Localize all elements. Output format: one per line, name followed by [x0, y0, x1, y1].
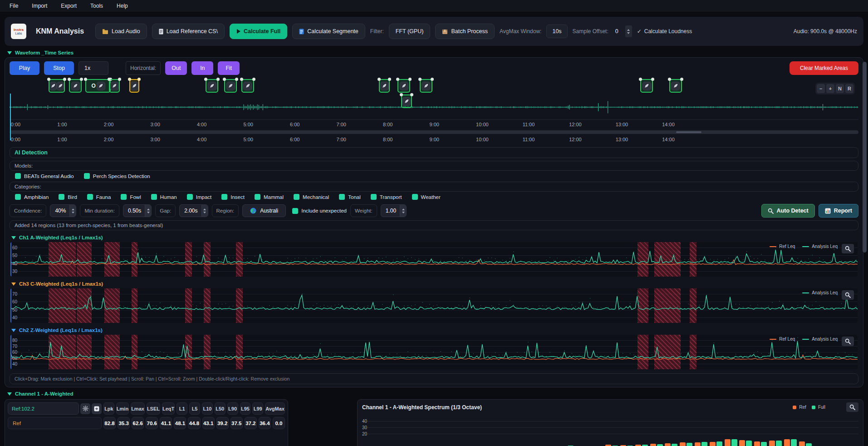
waveform-section-header[interactable]: Waveform _Time Series [7, 50, 861, 55]
detection-chip[interactable] [111, 82, 118, 90]
marker-handle[interactable] [68, 78, 71, 81]
detection-chip[interactable] [422, 82, 430, 90]
marker-handle[interactable] [108, 78, 111, 81]
stop-button[interactable]: Stop [44, 61, 74, 75]
playhead[interactable] [10, 94, 11, 140]
category-checkbox-fauna[interactable]: Fauna [87, 194, 111, 200]
category-checkbox-mechanical[interactable]: Mechanical [294, 194, 329, 200]
min-duration-stepper[interactable]: 0.50s [123, 204, 152, 217]
waveform-reset-button[interactable]: R [845, 84, 853, 93]
marker-handle[interactable] [63, 78, 66, 81]
category-checkbox-insect[interactable]: Insect [221, 194, 245, 200]
detection-chip[interactable] [50, 82, 56, 90]
ch1-section-header[interactable]: Ch1 A-Weighted (Leq1s / Lmax1s) [11, 235, 857, 240]
report-button[interactable]: Report [819, 204, 858, 218]
detection-chip[interactable] [672, 82, 679, 90]
marker-handle[interactable] [668, 78, 671, 81]
checkbox-checked[interactable] [221, 194, 227, 200]
playback-speed-select[interactable]: 1x [78, 61, 108, 75]
load-audio-button[interactable]: Load Audio [95, 24, 147, 39]
category-checkbox-fowl[interactable]: Fowl [121, 194, 141, 200]
ref-level-input[interactable]: Ref:102.2 [8, 402, 79, 415]
detection-chip[interactable] [97, 82, 105, 90]
marker-handle[interactable] [651, 78, 654, 81]
calculate-full-button[interactable]: Calculate Full [230, 24, 287, 39]
model-checkbox-beats-general-audio[interactable]: BEATs General Audio [15, 173, 74, 179]
ch2-level-chart[interactable]: 8070605040Ref LeqAnalysis Leq [10, 335, 858, 369]
detection-chip[interactable] [402, 98, 410, 105]
marker-handle[interactable] [400, 93, 403, 96]
category-checkbox-tonal[interactable]: Tonal [339, 194, 361, 200]
checkbox-checked[interactable] [187, 194, 193, 200]
horizontal-scrollbar[interactable] [10, 130, 858, 134]
weight-stepper[interactable]: 1.00 [381, 204, 407, 217]
category-checkbox-transport[interactable]: Transport [371, 194, 402, 200]
detection-chip[interactable] [208, 82, 216, 90]
marker-handle[interactable] [128, 78, 131, 81]
stepper-arrows[interactable] [201, 205, 208, 217]
play-button[interactable]: Play [10, 61, 39, 75]
region-marker[interactable] [397, 79, 410, 93]
marker-handle[interactable] [408, 78, 412, 81]
category-checkbox-amphibian[interactable]: Amphibian [15, 194, 49, 200]
marker-handle[interactable] [216, 78, 220, 81]
batch-process-button[interactable]: Batch Process [435, 24, 495, 39]
checkbox-checked[interactable] [151, 194, 157, 200]
ch3-level-chart[interactable]: 70605040Analysis Leq [10, 288, 858, 323]
chart-magnifier-button[interactable] [842, 244, 854, 253]
marker-handle[interactable] [639, 78, 642, 81]
detection-chip[interactable] [131, 82, 138, 90]
zoom-fit-button[interactable]: Fit [218, 61, 240, 75]
calculate-segmented-button[interactable]: Calculate Segmente [292, 24, 365, 39]
region-marker[interactable]: O [85, 79, 111, 93]
region-marker[interactable] [49, 79, 65, 93]
category-checkbox-weather[interactable]: Weather [412, 194, 441, 200]
category-checkbox-impact[interactable]: Impact [187, 194, 212, 200]
region-marker[interactable] [69, 79, 82, 93]
detection-chip[interactable] [643, 82, 651, 90]
model-checkbox-perch-species-detection[interactable]: Perch Species Detection [84, 173, 150, 179]
detection-chip[interactable] [227, 82, 235, 90]
confidence-stepper[interactable]: 40% [50, 204, 76, 217]
marker-handle[interactable] [84, 78, 87, 81]
filter-select[interactable]: FFT (GPU) [389, 24, 431, 39]
waveform-normalize-button[interactable]: N [836, 84, 844, 93]
region-marker[interactable] [669, 79, 682, 93]
stepper-arrows[interactable] [400, 205, 406, 217]
checkbox-checked[interactable] [371, 194, 377, 200]
zoom-out-button[interactable]: Out [165, 61, 187, 75]
marker-handle[interactable] [240, 78, 243, 81]
marker-handle[interactable] [396, 78, 399, 81]
region-marker[interactable] [420, 79, 432, 93]
region-marker[interactable] [109, 79, 120, 93]
region-marker[interactable] [129, 79, 139, 93]
checkbox-checked[interactable] [15, 173, 21, 179]
ch3-section-header[interactable]: Ch3 C-Weighted (Leq1s / Lmax1s) [11, 281, 857, 287]
region-select[interactable]: Australi [242, 204, 286, 217]
detection-chip[interactable] [244, 82, 251, 90]
marker-handle[interactable] [137, 78, 141, 81]
category-checkbox-human[interactable]: Human [151, 194, 177, 200]
include-unexpected-checkbox[interactable]: Include unexpected [292, 208, 347, 214]
menu-item-export[interactable]: Export [54, 0, 83, 12]
menu-item-import[interactable]: Import [25, 0, 54, 12]
sample-offset-stepper[interactable] [625, 25, 632, 37]
menu-item-tools[interactable]: Tools [83, 0, 110, 12]
import-ref-button[interactable] [92, 403, 102, 414]
marker-handle[interactable] [431, 78, 434, 81]
category-checkbox-mammal[interactable]: Mammal [255, 194, 284, 200]
checkbox-checked[interactable] [121, 194, 127, 200]
checkbox-checked[interactable] [294, 194, 299, 200]
stepper-up-icon[interactable] [627, 29, 630, 31]
stepper-arrows[interactable] [145, 205, 151, 217]
region-marker[interactable] [241, 79, 254, 93]
region-marker[interactable] [379, 79, 390, 93]
marker-handle[interactable] [418, 78, 422, 81]
detection-chip[interactable] [57, 82, 64, 90]
channel1-section-header[interactable]: Channel 1 - A-Weighted [7, 391, 861, 396]
checkbox-checked[interactable] [87, 194, 93, 200]
checkbox-checked[interactable] [412, 194, 418, 200]
region-marker[interactable] [206, 79, 218, 93]
menu-item-help[interactable]: Help [110, 0, 135, 12]
gap-stepper[interactable]: 2.00s [179, 204, 208, 217]
